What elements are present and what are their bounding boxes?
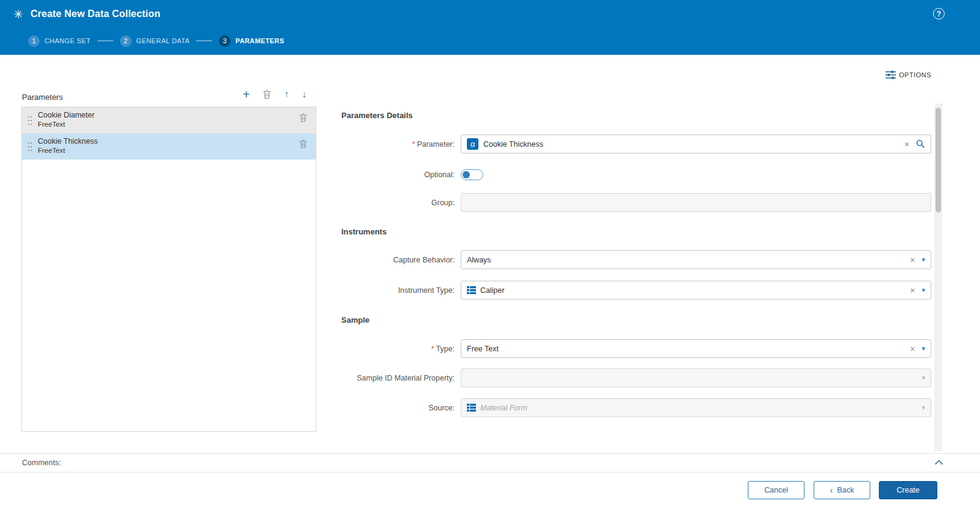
- chevron-down-icon[interactable]: ▾: [921, 287, 925, 293]
- app-logo-icon: ✳: [13, 9, 23, 20]
- chevron-up-icon: [934, 460, 943, 465]
- list-grid-icon: [467, 404, 476, 412]
- drag-handle-icon[interactable]: [27, 141, 32, 152]
- step-number: 1: [28, 35, 40, 47]
- help-button[interactable]: ?: [933, 8, 945, 19]
- move-up-button[interactable]: ↑: [284, 90, 289, 99]
- move-down-button[interactable]: ↓: [302, 90, 307, 99]
- collapse-comments-button[interactable]: [934, 460, 943, 465]
- optional-toggle[interactable]: [461, 169, 483, 180]
- clear-icon[interactable]: ×: [904, 140, 909, 149]
- options-button[interactable]: OPTIONS: [886, 71, 931, 79]
- options-icon: [886, 71, 896, 79]
- wizard-steps: 1 CHANGE SET 2 GENERAL DATA 3 PARAMETERS: [28, 35, 284, 47]
- chevron-left-icon: ‹: [830, 486, 833, 494]
- group-input[interactable]: [461, 193, 931, 212]
- step-connector: [98, 40, 113, 41]
- parameter-label: *Parameter:: [341, 140, 461, 149]
- clear-icon[interactable]: ×: [910, 345, 915, 353]
- parameters-list: Cookie Diameter FreeText Cookie Thicknes…: [21, 107, 316, 432]
- clear-icon[interactable]: ×: [910, 286, 915, 295]
- instrument-type-value: Caliper: [480, 286, 905, 295]
- capture-behavior-dropdown[interactable]: Always × ▾: [461, 250, 931, 269]
- comments-bar: Comments:: [0, 453, 980, 473]
- sample-type-label: *Type:: [341, 345, 461, 353]
- chevron-down-icon[interactable]: ▾: [921, 374, 925, 381]
- help-icon: ?: [937, 10, 941, 18]
- options-label: OPTIONS: [899, 71, 931, 79]
- sample-type-value: Free Text: [467, 345, 905, 353]
- step-parameters[interactable]: 3 PARAMETERS: [219, 35, 284, 47]
- capture-behavior-value: Always: [467, 256, 905, 264]
- parameter-value: Cookie Thickness: [483, 140, 900, 149]
- parameter-type: FreeText: [38, 121, 289, 128]
- sample-type-dropdown[interactable]: Free Text × ▾: [461, 339, 931, 358]
- cancel-button[interactable]: Cancel: [748, 481, 804, 499]
- list-item-cookie-thickness[interactable]: Cookie Thickness FreeText: [22, 133, 316, 160]
- header: ✳ Create New Data Collection ? 1 CHANGE …: [0, 0, 980, 55]
- trash-icon: [263, 90, 271, 99]
- section-heading-instruments: Instruments: [341, 227, 386, 236]
- step-number: 3: [219, 35, 230, 47]
- sample-type-row: *Type: Free Text × ▾: [341, 339, 931, 358]
- scrollbar-thumb[interactable]: [936, 108, 941, 213]
- drag-handle-icon[interactable]: [27, 115, 32, 125]
- source-label: Source:: [341, 404, 461, 412]
- step-change-set[interactable]: 1 CHANGE SET: [28, 35, 91, 47]
- create-button[interactable]: Create: [879, 481, 937, 499]
- delete-parameter-button[interactable]: [263, 90, 271, 99]
- group-label: Group:: [341, 199, 461, 207]
- trash-icon: [299, 113, 307, 122]
- capture-behavior-row: Capture Behavior: Always × ▾: [341, 250, 931, 269]
- comments-label: Comments:: [22, 459, 61, 467]
- required-marker: *: [412, 140, 415, 149]
- chevron-down-icon[interactable]: ▾: [921, 256, 925, 263]
- step-label: CHANGE SET: [44, 37, 91, 44]
- source-row: Source: Material Form ▾: [341, 398, 931, 417]
- parameter-type: FreeText: [38, 147, 289, 154]
- source-placeholder: Material Form: [480, 404, 921, 412]
- step-number: 2: [120, 35, 132, 47]
- search-icon: [916, 139, 925, 149]
- sample-id-label: Sample ID Material Property:: [341, 374, 461, 382]
- add-parameter-button[interactable]: +: [243, 88, 250, 100]
- back-button-label: Back: [837, 486, 854, 494]
- section-heading-sample: Sample: [341, 315, 369, 325]
- step-label: PARAMETERS: [235, 37, 284, 44]
- instrument-type-row: Instrument Type: Caliper × ▾: [341, 281, 931, 300]
- group-row: Group:: [341, 193, 931, 212]
- delete-item-button[interactable]: [299, 113, 307, 122]
- chevron-down-icon[interactable]: ▾: [921, 345, 925, 352]
- step-connector: [196, 40, 212, 41]
- back-button[interactable]: ‹ Back: [814, 481, 870, 499]
- instrument-type-dropdown[interactable]: Caliper × ▾: [461, 281, 931, 300]
- optional-label: Optional:: [341, 170, 461, 179]
- parameter-field[interactable]: α Cookie Thickness ×: [461, 135, 931, 153]
- instrument-type-label: Instrument Type:: [341, 286, 461, 295]
- page-title: Create New Data Collection: [30, 9, 160, 19]
- chevron-down-icon[interactable]: ▾: [921, 404, 925, 411]
- section-heading-parameters-details: Parameters Details: [341, 111, 413, 120]
- sample-id-dropdown[interactable]: ▾: [461, 368, 931, 387]
- optional-row: Optional:: [341, 165, 931, 184]
- parameter-name: Cookie Thickness: [38, 137, 289, 146]
- delete-item-button[interactable]: [299, 139, 307, 149]
- required-marker: *: [431, 345, 435, 353]
- clear-icon[interactable]: ×: [910, 256, 915, 264]
- toggle-knob-icon: [463, 171, 470, 178]
- search-button[interactable]: [916, 139, 925, 149]
- vertical-scrollbar[interactable]: [934, 104, 942, 451]
- alpha-icon: α: [467, 138, 478, 150]
- trash-icon: [299, 139, 307, 149]
- parameter-row: *Parameter: α Cookie Thickness ×: [341, 135, 931, 153]
- header-title-row: ✳ Create New Data Collection: [0, 0, 980, 28]
- source-dropdown[interactable]: Material Form ▾: [461, 398, 931, 417]
- step-general-data[interactable]: 2 GENERAL DATA: [120, 35, 190, 47]
- sample-id-row: Sample ID Material Property: ▾: [341, 368, 931, 387]
- parameter-name: Cookie Diameter: [38, 111, 289, 119]
- step-label: GENERAL DATA: [137, 37, 190, 44]
- list-item-cookie-diameter[interactable]: Cookie Diameter FreeText: [22, 107, 316, 133]
- parameters-toolbar: + ↑ ↓: [21, 88, 316, 100]
- list-grid-icon: [467, 286, 476, 294]
- capture-behavior-label: Capture Behavior:: [341, 256, 461, 264]
